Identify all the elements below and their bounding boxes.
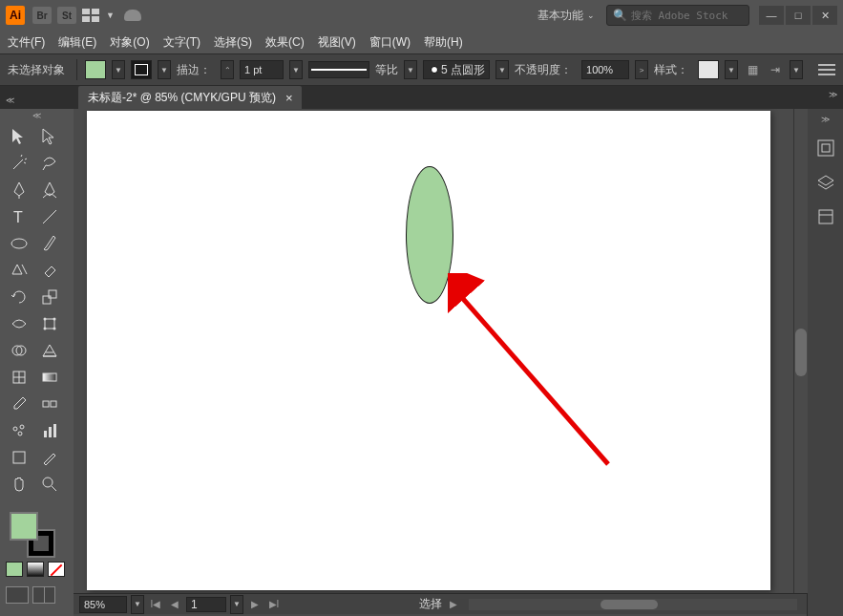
brush-control[interactable]: 5 点圆形 — [423, 60, 490, 79]
vscroll-thumb[interactable] — [795, 329, 807, 376]
stroke-profile[interactable] — [308, 61, 369, 78]
uniform-drop[interactable]: ▼ — [404, 60, 417, 79]
perspective-tool[interactable] — [36, 340, 63, 361]
next-artboard-button[interactable]: ▶ — [247, 597, 263, 612]
canvas[interactable] — [74, 109, 793, 593]
stroke-weight-drop[interactable]: ▼ — [289, 60, 303, 79]
opacity-drop[interactable]: > — [635, 60, 648, 79]
gradient-tool[interactable] — [36, 367, 63, 388]
zoom-input[interactable] — [79, 596, 127, 613]
color-mode-solid[interactable] — [6, 562, 23, 577]
screen-mode-icon[interactable] — [6, 586, 29, 604]
shaper-tool[interactable] — [6, 260, 32, 281]
stroke-swatch-drop[interactable]: ▼ — [158, 60, 171, 79]
symbol-sprayer-tool[interactable] — [6, 420, 32, 441]
bridge-icon[interactable]: Br — [32, 7, 52, 24]
fill-swatch[interactable] — [85, 60, 106, 79]
arrange-drop-icon[interactable]: ▼ — [106, 11, 115, 20]
last-artboard-button[interactable]: ▶I — [266, 597, 282, 612]
graph-tool[interactable] — [36, 420, 63, 441]
shape-builder-tool[interactable] — [6, 340, 32, 361]
first-artboard-button[interactable]: I◀ — [148, 597, 163, 612]
pen-tool[interactable] — [6, 180, 32, 201]
artboard-drop[interactable]: ▼ — [230, 595, 243, 614]
menu-type[interactable]: 文字(T) — [163, 34, 200, 51]
arrange-docs-icon[interactable] — [82, 9, 99, 22]
stroke-link-icon[interactable]: ⌃ — [221, 60, 234, 79]
curvature-tool[interactable] — [36, 180, 63, 201]
workspace-drop-icon[interactable]: ⌄ — [587, 11, 595, 20]
align-drop[interactable]: ▼ — [790, 60, 803, 79]
color-mode-gradient[interactable] — [27, 562, 44, 577]
artboard[interactable] — [87, 111, 770, 590]
maximize-button[interactable]: □ — [786, 6, 811, 25]
zoom-tool[interactable] — [36, 474, 63, 495]
ellipse-tool[interactable] — [6, 233, 32, 254]
prev-artboard-button[interactable]: ◀ — [167, 597, 182, 612]
menu-view[interactable]: 视图(V) — [318, 34, 356, 51]
rpanel-collapse-icon[interactable]: ≫ — [829, 90, 837, 99]
stock-icon[interactable]: St — [57, 7, 76, 24]
blend-tool[interactable] — [36, 393, 63, 414]
fill-color[interactable] — [10, 512, 38, 541]
free-transform-tool[interactable] — [36, 313, 63, 334]
menu-object[interactable]: 对象(O) — [110, 34, 149, 51]
search-box[interactable]: 🔍 — [606, 5, 749, 26]
rpanel-expand-icon[interactable]: ≫ — [821, 115, 830, 124]
cloud-icon[interactable] — [124, 10, 141, 21]
color-mode-none[interactable] — [48, 562, 65, 577]
status-expand-icon[interactable]: ▶ — [446, 597, 461, 612]
opacity-input[interactable] — [581, 60, 629, 79]
close-button[interactable]: ✕ — [812, 6, 837, 25]
artboard-tool[interactable] — [6, 447, 32, 468]
selection-tool[interactable] — [6, 126, 32, 147]
fill-drop[interactable]: ▼ — [112, 60, 125, 79]
zoom-drop[interactable]: ▼ — [131, 595, 144, 614]
paintbrush-tool[interactable] — [36, 233, 63, 254]
workspace-label[interactable]: 基本功能 — [537, 8, 583, 24]
style-swatch[interactable] — [698, 60, 719, 79]
stroke-weight-input[interactable] — [240, 60, 284, 79]
document-close-button[interactable]: × — [285, 91, 293, 105]
ellipse-shape[interactable] — [406, 166, 453, 304]
menu-edit[interactable]: 编辑(E) — [58, 34, 96, 51]
libraries-panel-icon[interactable] — [815, 206, 836, 227]
direct-selection-tool[interactable] — [36, 126, 63, 147]
eyedropper-tool[interactable] — [6, 393, 32, 414]
scale-tool[interactable] — [36, 287, 63, 308]
document-tab[interactable]: 未标题-2* @ 85% (CMYK/GPU 预览) × — [78, 86, 302, 109]
color-selector[interactable] — [10, 512, 55, 558]
horizontal-scrollbar[interactable] — [469, 599, 797, 610]
hscroll-thumb[interactable] — [601, 600, 658, 609]
vertical-scrollbar[interactable] — [793, 109, 807, 593]
align-icon[interactable]: ⇥ — [767, 61, 784, 78]
mesh-tool[interactable] — [6, 367, 32, 388]
eraser-tool[interactable] — [36, 260, 63, 281]
screen-mode-split-icon[interactable] — [32, 586, 55, 604]
artboard-number[interactable]: 1 — [186, 597, 226, 612]
search-input[interactable] — [631, 10, 743, 22]
prefs-icon[interactable] — [818, 64, 835, 75]
lasso-tool[interactable] — [36, 153, 63, 174]
menu-help[interactable]: 帮助(H) — [424, 34, 463, 51]
menu-window[interactable]: 窗口(W) — [369, 34, 411, 51]
stroke-swatch[interactable] — [131, 60, 152, 79]
menu-select[interactable]: 选择(S) — [214, 34, 252, 51]
properties-panel-icon[interactable] — [815, 138, 836, 159]
width-tool[interactable] — [6, 313, 32, 334]
line-tool[interactable] — [36, 206, 63, 227]
doc-setup-icon[interactable]: ▦ — [744, 61, 761, 78]
toolbox-collapse-icon[interactable]: ≪ — [6, 96, 15, 105]
type-tool[interactable]: T — [6, 206, 32, 227]
slice-tool[interactable] — [36, 447, 63, 468]
hand-tool[interactable] — [6, 474, 32, 495]
style-drop[interactable]: ▼ — [725, 60, 738, 79]
menu-file[interactable]: 文件(F) — [8, 34, 45, 51]
minimize-button[interactable]: — — [759, 6, 784, 25]
magic-wand-tool[interactable] — [6, 153, 32, 174]
toolbox-handle-icon[interactable]: ≪ — [0, 109, 74, 122]
rotate-tool[interactable] — [6, 287, 32, 308]
brush-drop[interactable]: ▼ — [495, 60, 509, 79]
layers-panel-icon[interactable] — [815, 172, 836, 193]
menu-effect[interactable]: 效果(C) — [265, 34, 305, 51]
